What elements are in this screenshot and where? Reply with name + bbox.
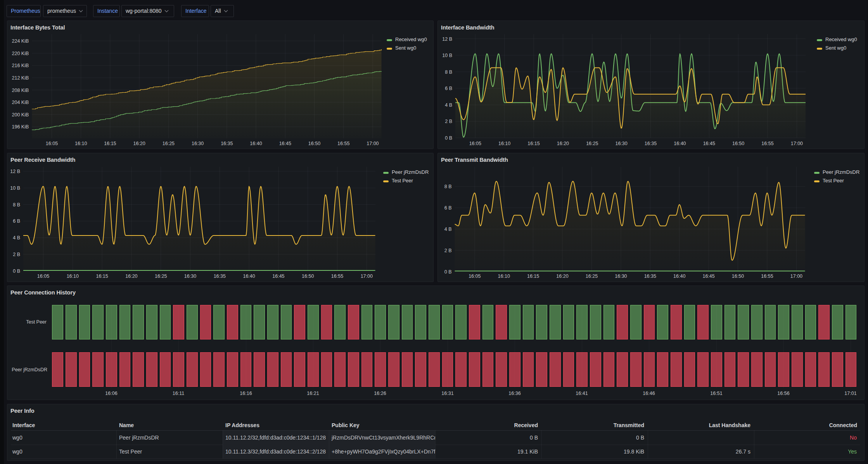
svg-text:4 B: 4 B bbox=[13, 235, 20, 241]
svg-text:17:00: 17:00 bbox=[361, 274, 373, 279]
svg-text:16:35: 16:35 bbox=[644, 274, 656, 279]
svg-text:16:40: 16:40 bbox=[250, 141, 262, 146]
svg-text:16:45: 16:45 bbox=[703, 141, 715, 146]
svg-text:200 KiB: 200 KiB bbox=[12, 112, 29, 118]
svg-text:16:15: 16:15 bbox=[104, 141, 116, 146]
svg-text:16:30: 16:30 bbox=[192, 141, 204, 146]
svg-text:16:30: 16:30 bbox=[615, 274, 627, 279]
svg-text:216 KiB: 216 KiB bbox=[12, 63, 29, 68]
svg-text:17:00: 17:00 bbox=[790, 274, 802, 279]
svg-text:4 B: 4 B bbox=[445, 102, 452, 108]
svg-text:16:05: 16:05 bbox=[37, 274, 49, 279]
svg-text:16:10: 16:10 bbox=[75, 141, 87, 146]
svg-text:16:50: 16:50 bbox=[308, 141, 320, 146]
svg-text:6 B: 6 B bbox=[444, 205, 452, 211]
svg-text:16:45: 16:45 bbox=[702, 274, 714, 279]
svg-text:16:35: 16:35 bbox=[645, 141, 657, 146]
svg-text:10 B: 10 B bbox=[442, 53, 452, 58]
svg-text:16:20: 16:20 bbox=[125, 274, 137, 279]
svg-text:8 B: 8 B bbox=[445, 69, 452, 75]
svg-text:16:10: 16:10 bbox=[498, 274, 510, 279]
svg-text:16:45: 16:45 bbox=[279, 141, 291, 146]
svg-text:16:40: 16:40 bbox=[674, 141, 686, 146]
svg-text:16:25: 16:25 bbox=[163, 141, 175, 146]
svg-text:16:55: 16:55 bbox=[337, 141, 349, 146]
svg-text:4 B: 4 B bbox=[444, 227, 452, 232]
svg-text:0 B: 0 B bbox=[13, 268, 20, 274]
svg-text:16:45: 16:45 bbox=[272, 274, 284, 279]
svg-text:16:55: 16:55 bbox=[331, 274, 343, 279]
svg-text:2 B: 2 B bbox=[444, 248, 452, 253]
svg-text:8 B: 8 B bbox=[444, 184, 452, 189]
svg-text:16:25: 16:25 bbox=[155, 274, 167, 279]
svg-text:16:40: 16:40 bbox=[673, 274, 685, 279]
svg-text:16:50: 16:50 bbox=[732, 274, 744, 279]
svg-text:224 KiB: 224 KiB bbox=[12, 38, 29, 44]
svg-text:16:50: 16:50 bbox=[732, 141, 744, 146]
svg-text:16:15: 16:15 bbox=[96, 274, 108, 279]
svg-text:16:50: 16:50 bbox=[302, 274, 314, 279]
svg-text:16:25: 16:25 bbox=[586, 141, 598, 146]
svg-text:220 KiB: 220 KiB bbox=[12, 51, 29, 56]
svg-text:16:05: 16:05 bbox=[469, 141, 481, 146]
svg-text:212 KiB: 212 KiB bbox=[12, 75, 29, 81]
svg-text:16:55: 16:55 bbox=[761, 141, 773, 146]
svg-text:12 B: 12 B bbox=[10, 169, 20, 174]
svg-text:0 B: 0 B bbox=[445, 135, 452, 141]
svg-text:204 KiB: 204 KiB bbox=[12, 100, 29, 105]
svg-text:2 B: 2 B bbox=[445, 119, 452, 124]
svg-text:12 B: 12 B bbox=[442, 36, 452, 42]
svg-text:6 B: 6 B bbox=[13, 218, 20, 224]
svg-text:0 B: 0 B bbox=[444, 269, 452, 275]
svg-text:16:55: 16:55 bbox=[761, 274, 773, 279]
svg-text:16:25: 16:25 bbox=[586, 274, 598, 279]
svg-text:16:10: 16:10 bbox=[67, 274, 79, 279]
svg-text:17:00: 17:00 bbox=[791, 141, 803, 146]
svg-text:2 B: 2 B bbox=[13, 252, 20, 257]
svg-text:16:30: 16:30 bbox=[184, 274, 196, 279]
svg-text:17:00: 17:00 bbox=[367, 141, 379, 146]
svg-text:16:40: 16:40 bbox=[243, 274, 255, 279]
svg-text:10 B: 10 B bbox=[10, 185, 20, 191]
svg-text:16:15: 16:15 bbox=[527, 141, 539, 146]
svg-text:16:30: 16:30 bbox=[615, 141, 627, 146]
svg-text:16:05: 16:05 bbox=[469, 274, 481, 279]
svg-text:16:20: 16:20 bbox=[556, 274, 568, 279]
svg-text:16:15: 16:15 bbox=[527, 274, 539, 279]
svg-text:16:20: 16:20 bbox=[133, 141, 145, 146]
svg-text:16:35: 16:35 bbox=[214, 274, 226, 279]
svg-text:16:05: 16:05 bbox=[46, 141, 58, 146]
svg-text:16:20: 16:20 bbox=[557, 141, 569, 146]
svg-text:6 B: 6 B bbox=[445, 86, 452, 91]
svg-text:16:10: 16:10 bbox=[498, 141, 510, 146]
svg-text:208 KiB: 208 KiB bbox=[12, 88, 29, 93]
svg-text:196 KiB: 196 KiB bbox=[12, 124, 29, 130]
svg-text:8 B: 8 B bbox=[13, 202, 20, 208]
svg-text:16:35: 16:35 bbox=[221, 141, 233, 146]
